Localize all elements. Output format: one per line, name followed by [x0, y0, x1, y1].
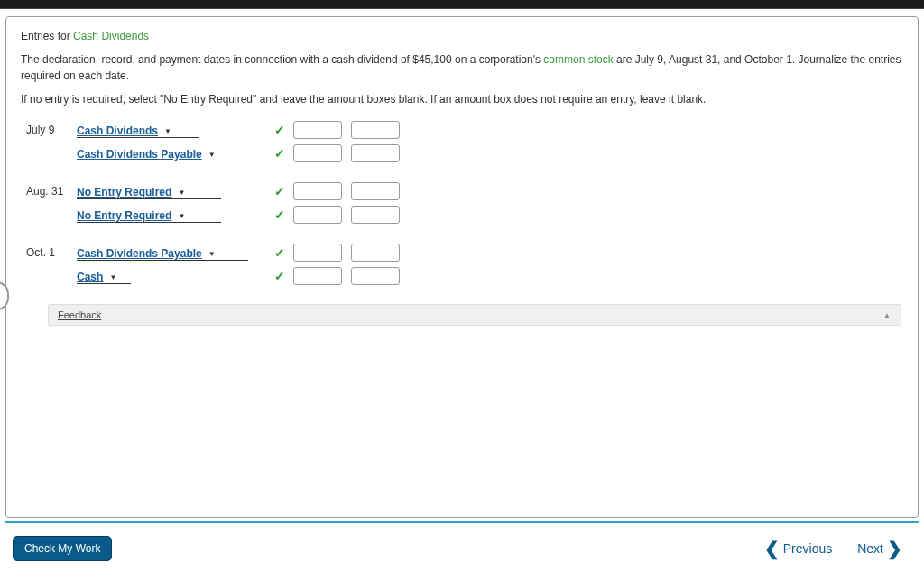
account-dropdown[interactable]: Cash ▼ [77, 268, 131, 284]
previous-label: Previous [783, 541, 832, 556]
credit-input[interactable] [351, 144, 400, 162]
chevron-down-icon: ▼ [206, 247, 218, 260]
feedback-label[interactable]: Feedback [58, 309, 101, 320]
problem-text: The declaration, record, and payment dat… [21, 51, 903, 84]
credit-input[interactable] [351, 267, 400, 285]
nav-group: ❮ Previous Next ❯ [764, 540, 902, 558]
collapse-icon[interactable]: ▲ [882, 310, 892, 320]
chevron-right-icon: ❯ [887, 540, 902, 558]
chevron-down-icon: ▼ [175, 209, 188, 222]
chevron-down-icon: ▼ [106, 271, 119, 283]
dropdown-text: Cash [77, 271, 106, 283]
date-label: Oct. 1 [26, 246, 77, 259]
problem-text-a: The declaration, record, and payment dat… [21, 53, 543, 66]
next-button[interactable]: Next ❯ [857, 540, 902, 558]
check-my-work-button[interactable]: Check My Work [13, 536, 112, 561]
date-label: Aug. 31 [26, 185, 77, 198]
next-label: Next [857, 541, 883, 556]
common-stock-link[interactable]: common stock [543, 53, 613, 66]
dropdown-text: Cash Dividends Payable [77, 247, 206, 260]
date-label: July 9 [26, 124, 77, 136]
credit-input[interactable] [351, 182, 400, 200]
debit-input[interactable] [293, 182, 342, 200]
journal-entries: July 9 Cash Dividends ▼ ✓ Cash Dividends… [26, 118, 903, 288]
check-icon: ✓ [274, 208, 285, 222]
account-dropdown[interactable]: Cash Dividends Payable ▼ [77, 244, 248, 261]
debit-input[interactable] [293, 144, 342, 162]
credit-input[interactable] [351, 206, 400, 224]
account-dropdown[interactable]: Cash Dividends ▼ [77, 122, 199, 138]
account-dropdown[interactable]: No Entry Required ▼ [77, 207, 221, 223]
dropdown-text: Cash Dividends Payable [77, 148, 206, 161]
title-prefix: Entries for [21, 30, 73, 42]
journal-group-july9: July 9 Cash Dividends ▼ ✓ Cash Dividends… [26, 118, 903, 165]
journal-row: Oct. 1 Cash Dividends Payable ▼ ✓ [26, 241, 903, 264]
journal-group-aug31: Aug. 31 No Entry Required ▼ ✓ No Entry R… [26, 180, 903, 226]
chevron-down-icon: ▼ [206, 148, 218, 161]
check-icon: ✓ [274, 146, 285, 161]
title-link[interactable]: Cash Dividends [73, 30, 149, 42]
journal-row: Cash ▼ ✓ [26, 264, 903, 288]
dropdown-text: No Entry Required [77, 186, 175, 198]
account-dropdown[interactable]: No Entry Required ▼ [77, 183, 221, 199]
check-icon: ✓ [274, 123, 285, 137]
chevron-left-icon: ❮ [764, 540, 780, 558]
chevron-down-icon: ▼ [175, 186, 188, 198]
chevron-down-icon: ▼ [162, 125, 174, 137]
window-top-bar [0, 0, 924, 9]
journal-row: July 9 Cash Dividends ▼ ✓ [26, 118, 903, 142]
debit-input[interactable] [293, 121, 342, 139]
journal-row: No Entry Required ▼ ✓ [26, 203, 903, 226]
journal-group-oct1: Oct. 1 Cash Dividends Payable ▼ ✓ Cash ▼ [26, 241, 903, 288]
dropdown-text: Cash Dividends [77, 125, 162, 137]
check-icon: ✓ [274, 245, 285, 260]
check-icon: ✓ [274, 269, 285, 283]
feedback-bar[interactable]: Feedback ▲ [48, 304, 901, 326]
footer-bar: Check My Work ❮ Previous Next ❯ [5, 521, 919, 567]
journal-row: Aug. 31 No Entry Required ▼ ✓ [26, 180, 903, 203]
journal-row: Cash Dividends Payable ▼ ✓ [26, 142, 903, 165]
question-panel: Entries for Cash Dividends The declarati… [5, 16, 919, 518]
question-title: Entries for Cash Dividends [21, 30, 903, 42]
dropdown-text: No Entry Required [77, 209, 175, 222]
credit-input[interactable] [351, 244, 400, 262]
debit-input[interactable] [293, 244, 342, 262]
check-icon: ✓ [274, 184, 285, 198]
previous-button[interactable]: ❮ Previous [764, 540, 832, 558]
credit-input[interactable] [351, 121, 400, 139]
debit-input[interactable] [293, 206, 342, 224]
account-dropdown[interactable]: Cash Dividends Payable ▼ [77, 145, 248, 161]
instructions: If no entry is required, select "No Entr… [21, 91, 903, 107]
debit-input[interactable] [293, 267, 342, 285]
